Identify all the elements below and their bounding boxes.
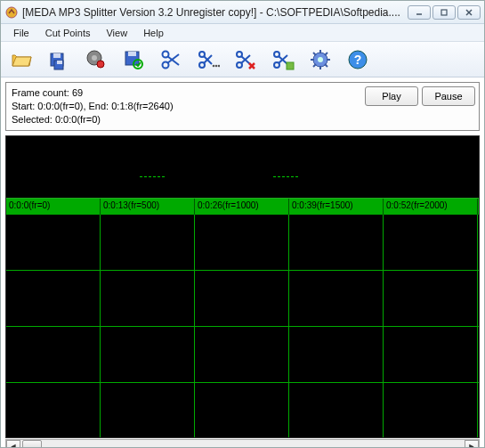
- scroll-thumb[interactable]: [22, 440, 42, 448]
- play-button[interactable]: Play: [365, 86, 418, 106]
- toolbar: ?: [1, 42, 484, 77]
- svg-rect-2: [441, 10, 447, 15]
- svg-point-38: [318, 57, 323, 62]
- scroll-right-button[interactable]: ►: [465, 440, 479, 448]
- titlebar: [MEDA MP3 Splitter Version 3.2 Unregiste…: [1, 1, 484, 24]
- close-button[interactable]: [457, 5, 481, 20]
- help-button[interactable]: ?: [343, 45, 373, 75]
- minimize-button[interactable]: [408, 5, 431, 20]
- scroll-left-button[interactable]: ◄: [6, 440, 20, 448]
- svg-rect-8: [57, 61, 62, 64]
- cut-tool-button[interactable]: [268, 45, 298, 75]
- svg-point-10: [92, 55, 97, 61]
- waveform-area[interactable]: 0:0:0(fr=0) 0:0:13(fr=500) 0:0:26(fr=100…: [5, 135, 480, 438]
- playback-controls: Play Pause: [361, 83, 479, 130]
- timeline-tick: 0:0:13(fr=500): [101, 199, 195, 215]
- frame-count-value: 69: [72, 87, 83, 98]
- save-all-button[interactable]: [44, 45, 74, 75]
- info-text: Frame count: 69 Start: 0:0:0(fr=0), End:…: [6, 83, 361, 130]
- frame-count-label: Frame count:: [12, 87, 69, 98]
- svg-point-11: [97, 61, 104, 68]
- svg-line-44: [325, 64, 327, 67]
- svg-rect-13: [128, 52, 136, 56]
- horizontal-scrollbar[interactable]: ◄ ►: [5, 439, 480, 448]
- save-cut-button[interactable]: [118, 45, 149, 75]
- timeline-tick: 0:0:39(fr=1500): [289, 199, 384, 215]
- window-controls: [408, 5, 481, 20]
- end-value: 0:1:8(fr=2640): [111, 101, 173, 111]
- split-button[interactable]: [156, 45, 186, 75]
- start-value: 0:0:0(fr=0),: [37, 101, 85, 111]
- svg-line-43: [313, 53, 316, 55]
- waveform-display[interactable]: [6, 136, 479, 199]
- remove-cut-button[interactable]: [230, 45, 261, 75]
- svg-line-45: [325, 53, 327, 55]
- window-title: [MEDA MP3 Splitter Version 3.2 Unregiste…: [22, 6, 408, 19]
- svg-point-25: [218, 64, 220, 67]
- timeline-tick: 0:0:26(fr=1000): [195, 199, 289, 215]
- end-label: End:: [89, 101, 109, 111]
- pause-button[interactable]: Pause: [422, 86, 475, 106]
- menu-file[interactable]: File: [6, 26, 36, 40]
- start-label: Start:: [12, 101, 35, 111]
- selected-label: Selected:: [12, 114, 53, 125]
- svg-text:?: ?: [354, 53, 362, 67]
- timeline-tick: 0:0:52(fr=2000): [384, 199, 478, 215]
- svg-rect-36: [287, 62, 294, 69]
- svg-point-23: [213, 64, 215, 67]
- scroll-track[interactable]: [20, 440, 465, 448]
- app-icon: [4, 5, 19, 20]
- svg-line-46: [313, 64, 316, 67]
- maximize-button[interactable]: [432, 5, 456, 20]
- menubar: File Cut Points View Help: [1, 24, 484, 42]
- open-button[interactable]: [6, 45, 36, 75]
- record-button[interactable]: [81, 45, 111, 75]
- cut-grid[interactable]: [6, 215, 479, 437]
- menu-view[interactable]: View: [99, 26, 134, 40]
- selected-value: 0:0:0(fr=0): [55, 114, 101, 125]
- svg-point-24: [215, 64, 218, 67]
- menu-cut-points[interactable]: Cut Points: [38, 26, 98, 40]
- info-panel: Frame count: 69 Start: 0:0:0(fr=0), End:…: [5, 82, 480, 131]
- svg-rect-6: [53, 53, 61, 58]
- menu-help[interactable]: Help: [136, 26, 171, 40]
- timeline-strip[interactable]: 0:0:0(fr=0) 0:0:13(fr=500) 0:0:26(fr=100…: [6, 199, 479, 215]
- wave-marker-icon: [140, 176, 165, 177]
- timeline-tick: 0:0:0(fr=0): [6, 199, 101, 215]
- timeline-tick: 0:1:50: [478, 199, 479, 215]
- auto-split-button[interactable]: [193, 45, 223, 75]
- wave-marker-icon: [273, 176, 298, 177]
- settings-button[interactable]: [305, 45, 335, 75]
